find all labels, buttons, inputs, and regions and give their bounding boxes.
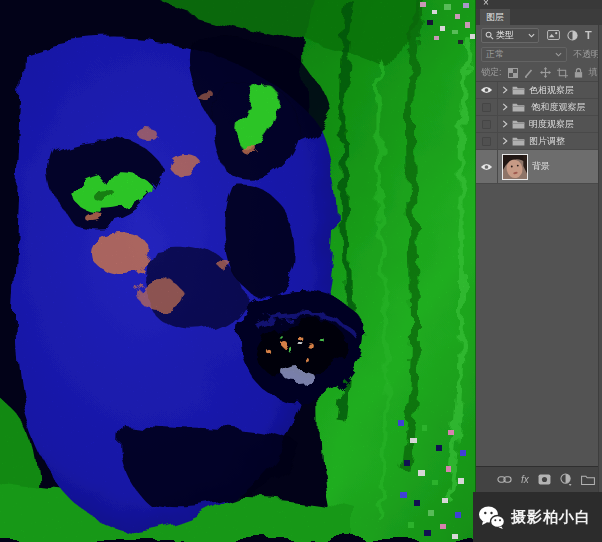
layer-name: 饱和度观察层 [529, 101, 586, 114]
folder-icon [512, 85, 525, 95]
layer-name: 明度观察层 [529, 118, 574, 131]
layer-name: 色相观察层 [529, 84, 574, 97]
visibility-toggle[interactable] [476, 133, 498, 149]
wechat-icon [478, 506, 505, 529]
blend-mode-value: 正常 [486, 48, 555, 61]
visibility-toggle[interactable] [476, 116, 498, 132]
chevron-right-icon[interactable] [502, 137, 508, 145]
search-icon [485, 31, 494, 40]
layer-row-image-adjust-group[interactable]: 图片调整 [476, 133, 602, 150]
lock-artboard-icon[interactable] [557, 68, 568, 78]
layer-thumbnail[interactable] [502, 154, 528, 180]
lock-row: 锁定: 填充 [476, 64, 602, 82]
blend-mode-dropdown[interactable]: 正常 [481, 47, 567, 62]
layer-row-lightness-group[interactable]: 明度观察层 [476, 116, 602, 133]
tab-layers-label: 图层 [486, 11, 504, 24]
new-adjustment-layer-icon[interactable] [560, 473, 572, 486]
layer-filter-row: 类型 T [476, 25, 602, 45]
chevron-right-icon[interactable] [502, 86, 508, 94]
close-icon[interactable]: × [483, 0, 489, 9]
chevron-down-icon [555, 52, 562, 57]
layer-list-empty-area [476, 184, 602, 466]
lock-position-icon[interactable] [540, 67, 551, 78]
layer-name: 背景 [532, 160, 550, 173]
watermark-bar: 摄影柏小白 [473, 492, 602, 542]
lock-pixels-icon[interactable] [524, 68, 534, 78]
layer-mask-icon[interactable] [538, 474, 551, 485]
layer-style-icon[interactable]: fx [521, 474, 529, 485]
folder-icon [512, 136, 525, 146]
panel-tab-bar: 图层 [476, 9, 602, 25]
chevron-down-icon [528, 33, 535, 38]
visibility-toggle[interactable] [476, 150, 498, 183]
eye-hidden-box [482, 120, 491, 129]
pixel-layer-filter-icon[interactable] [547, 30, 560, 40]
lock-all-icon[interactable] [574, 68, 583, 78]
type-layer-filter-icon[interactable]: T [585, 29, 592, 41]
application-window: × 图层 类型 T 正常 不透明度 [0, 0, 602, 542]
eye-icon [480, 86, 493, 94]
filter-kind-dropdown[interactable]: 类型 [481, 28, 539, 43]
watermark-text: 摄影柏小白 [511, 508, 591, 527]
chevron-right-icon[interactable] [502, 103, 508, 111]
folder-icon [512, 119, 525, 129]
filter-kind-label: 类型 [496, 29, 526, 42]
eye-icon [480, 163, 493, 171]
layer-row-background[interactable]: 背景 [476, 150, 602, 184]
lock-label: 锁定: [481, 66, 502, 79]
visibility-toggle[interactable] [476, 99, 498, 115]
panel-bottom-toolbar: fx [476, 466, 602, 492]
eye-hidden-box [482, 137, 491, 146]
layers-panel: × 图层 类型 T 正常 不透明度 [476, 0, 602, 492]
layer-row-saturation-group[interactable]: 饱和度观察层 [476, 99, 602, 116]
link-layers-icon[interactable] [497, 475, 512, 484]
new-group-icon[interactable] [581, 474, 595, 485]
blend-mode-row: 正常 不透明度 [476, 45, 602, 64]
chevron-right-icon[interactable] [502, 120, 508, 128]
layer-name: 图片调整 [529, 135, 565, 148]
layer-row-hue-group[interactable]: 色相观察层 [476, 82, 602, 99]
adjustment-layer-filter-icon[interactable] [567, 30, 578, 41]
layer-list: 色相观察层 饱和度观察层 明度观察层 [476, 82, 602, 184]
lock-transparency-icon[interactable] [508, 68, 518, 78]
panel-header-bar: × [476, 0, 602, 9]
eye-hidden-box [482, 103, 491, 112]
folder-icon [512, 102, 525, 112]
tab-layers[interactable]: 图层 [480, 9, 510, 25]
panel-scrollbar[interactable] [598, 25, 602, 492]
visibility-toggle[interactable] [476, 82, 498, 98]
